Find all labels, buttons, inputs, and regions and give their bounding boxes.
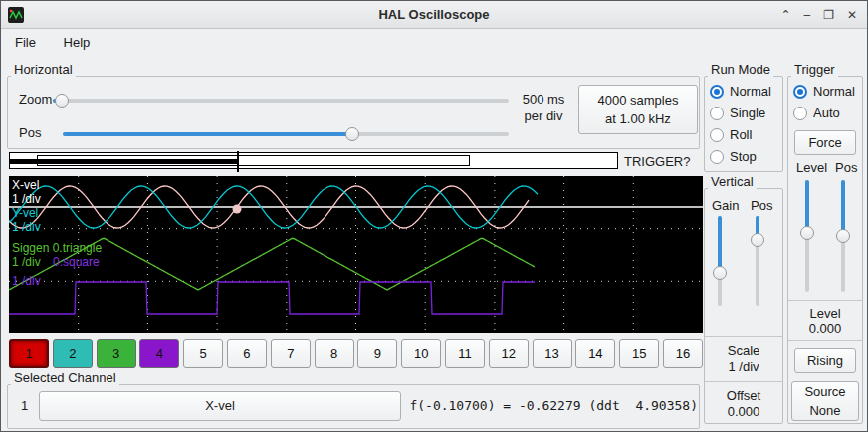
channel-14-button[interactable]: 14 <box>575 339 615 368</box>
channel-13-button[interactable]: 13 <box>533 339 572 368</box>
selected-channel-name-button[interactable]: X-vel <box>39 391 401 421</box>
offset-value: 0.000 <box>704 404 783 419</box>
channel-12-button[interactable]: 12 <box>489 339 529 368</box>
selected-channel-group-label: Selected Channel <box>11 370 119 385</box>
horizontal-group-label: Horizontal <box>11 62 76 77</box>
scope-canvas <box>9 176 703 333</box>
app-window: HAL Oscilloscope ⌃ ‒ ❐ ✕ File Help Horiz… <box>0 0 868 432</box>
trigger-indicator-label: TRIGGER? <box>624 154 690 169</box>
run-mode-group-label: Run Mode <box>708 62 773 77</box>
trigger-group-label: Trigger <box>791 62 838 77</box>
timeline-view-window[interactable] <box>37 155 470 166</box>
maximize-button[interactable]: ❐ <box>823 8 834 22</box>
channel-1-button[interactable]: 1 <box>9 339 49 368</box>
help-menu[interactable]: Help <box>54 30 101 55</box>
channel-readout: f(-0.10700) = -0.62279 (ddt 4.90358) <box>407 398 698 413</box>
trigger-level-slider-handle[interactable] <box>800 226 814 240</box>
trigger-level-caption: Level <box>787 306 863 321</box>
trigger-options: NormalAuto <box>793 84 855 127</box>
pos-slider-handle[interactable] <box>345 127 359 141</box>
trigger-pos-slider-label: Pos <box>835 160 857 175</box>
zoom-label: Zoom <box>19 92 52 107</box>
samples-button[interactable]: 4000 samples at 1.00 kHz <box>578 85 698 134</box>
trigger-level-slider-fill <box>805 180 809 233</box>
radio-unchecked-icon[interactable] <box>710 107 724 120</box>
trigger-marker-dot <box>233 205 242 214</box>
radio-unchecked-icon[interactable] <box>710 150 724 164</box>
pos-slider[interactable] <box>63 126 509 142</box>
radio-checked-icon[interactable] <box>793 85 807 99</box>
radio-auto[interactable]: Auto <box>793 106 855 120</box>
radio-roll[interactable]: Roll <box>710 127 771 142</box>
selected-channel-number: 1 <box>21 398 28 413</box>
trigger-pos-slider[interactable] <box>835 180 851 292</box>
trigger-source-button[interactable]: Source None <box>791 381 859 421</box>
channel-5-button[interactable]: 5 <box>183 339 223 368</box>
channel-6-button[interactable]: 6 <box>227 339 267 368</box>
channel-8-button[interactable]: 8 <box>315 339 354 368</box>
radio-unchecked-icon[interactable] <box>710 128 724 142</box>
vertical-pos-slider-label: Pos <box>751 198 772 213</box>
zoom-slider[interactable] <box>53 93 509 108</box>
trigger-level-slider[interactable] <box>799 180 815 292</box>
radio-label: Auto <box>813 106 840 120</box>
shade-button[interactable]: ⌃ <box>780 8 790 22</box>
close-button[interactable]: ✕ <box>847 8 857 22</box>
trigger-edge-button[interactable]: Rising <box>794 348 856 373</box>
scale-caption: Scale <box>704 343 783 358</box>
radio-checked-icon[interactable] <box>710 85 724 99</box>
vertical-pos-slider[interactable] <box>750 216 765 306</box>
channel-15-button[interactable]: 15 <box>619 339 659 368</box>
timeline-bar[interactable] <box>9 152 618 169</box>
vertical-divider-2 <box>705 381 782 382</box>
radio-label: Stop <box>730 149 757 164</box>
wave-siggen-0.square <box>9 282 535 314</box>
channel-2-button[interactable]: 2 <box>53 339 93 368</box>
run-mode-options: NormalSingleRollStop <box>710 84 771 171</box>
trigger-level-value: 0.000 <box>787 322 863 336</box>
radio-label: Single <box>730 106 765 120</box>
channel-10-button[interactable]: 10 <box>401 339 441 368</box>
gain-slider[interactable] <box>712 216 728 306</box>
menubar: File Help <box>1 30 867 56</box>
radio-single[interactable]: Single <box>710 106 771 120</box>
trigger-pos-slider-fill <box>841 180 845 236</box>
force-button[interactable]: Force <box>794 130 856 155</box>
channel-9-button[interactable]: 9 <box>357 339 397 368</box>
radio-normal[interactable]: Normal <box>793 84 855 99</box>
channel-4-button[interactable]: 4 <box>139 339 179 368</box>
trigger-level-slider-label: Level <box>796 160 827 175</box>
pos-slider-fill <box>63 132 352 136</box>
channel-row: 12345678910111213141516 <box>9 339 703 368</box>
channel-16-button[interactable]: 16 <box>663 339 703 368</box>
gain-slider-handle[interactable] <box>713 266 727 280</box>
window-title: HAL Oscilloscope <box>1 1 867 28</box>
channel-3-button[interactable]: 3 <box>97 339 136 368</box>
titlebar: HAL Oscilloscope ⌃ ‒ ❐ ✕ <box>1 1 867 29</box>
file-menu[interactable]: File <box>5 30 46 55</box>
per-div-label: 500 ms per div <box>515 91 572 124</box>
channel-11-button[interactable]: 11 <box>445 339 485 368</box>
radio-label: Normal <box>730 84 771 99</box>
vertical-divider-1 <box>705 336 782 337</box>
scope-display[interactable]: X-vel1 /divY-vel1 /divSiggen 0.triangle1… <box>9 176 703 333</box>
radio-label: Roll <box>730 127 752 142</box>
gain-slider-label: Gain <box>712 198 739 213</box>
zoom-slider-track[interactable] <box>53 99 509 103</box>
radio-unchecked-icon[interactable] <box>793 107 807 120</box>
scale-value: 1 /div <box>704 359 783 374</box>
offset-caption: Offset <box>704 388 783 403</box>
radio-label: Normal <box>813 84 855 99</box>
minimize-button[interactable]: ‒ <box>803 8 810 22</box>
trigger-divider-1 <box>788 300 862 301</box>
trigger-pos-slider-handle[interactable] <box>836 229 850 243</box>
radio-stop[interactable]: Stop <box>710 149 771 164</box>
zoom-slider-handle[interactable] <box>55 94 69 108</box>
vertical-group-label: Vertical <box>708 174 757 189</box>
trigger-divider-2 <box>788 340 862 341</box>
pos-label: Pos <box>19 125 41 140</box>
gain-slider-fill <box>718 216 722 273</box>
channel-7-button[interactable]: 7 <box>271 339 311 368</box>
radio-normal[interactable]: Normal <box>710 84 771 99</box>
vertical-pos-slider-handle[interactable] <box>751 233 764 247</box>
